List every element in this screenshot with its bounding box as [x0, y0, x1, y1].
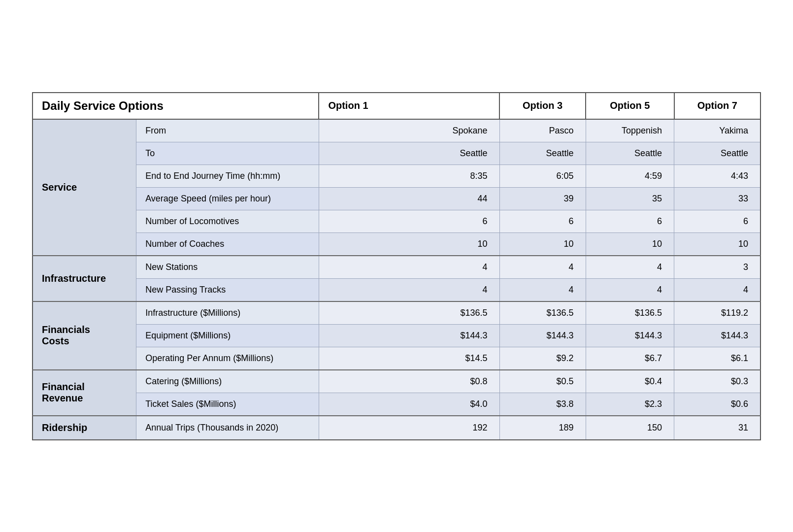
row-label: Infrastructure ($Millions)	[136, 301, 319, 325]
row-value: $6.7	[586, 347, 674, 370]
header-option1: Option 1	[319, 93, 499, 119]
row-value: 4	[319, 278, 499, 301]
row-value: Seattle	[586, 142, 674, 165]
row-value: 44	[319, 187, 499, 210]
daily-service-table: Daily Service Options Option 1 Option 3 …	[32, 92, 761, 440]
table-row: Number of Locomotives6666	[33, 210, 760, 233]
table-row: Number of Coaches10101010	[33, 233, 760, 256]
row-label: New Stations	[136, 256, 319, 279]
row-value: $9.2	[499, 347, 586, 370]
row-value: $144.3	[674, 324, 760, 347]
row-value: $136.5	[586, 301, 674, 325]
row-label: End to End Journey Time (hh:mm)	[136, 165, 319, 187]
row-value: 3	[674, 256, 760, 279]
row-value: 8:35	[319, 165, 499, 187]
table-row: RidershipAnnual Trips (Thousands in 2020…	[33, 416, 760, 440]
category-label: Infrastructure	[33, 256, 136, 301]
row-label: Number of Coaches	[136, 233, 319, 256]
row-value: 33	[674, 187, 760, 210]
row-value: $0.5	[499, 370, 586, 393]
row-value: 4	[674, 278, 760, 301]
row-value: Toppenish	[586, 119, 674, 142]
row-value: 4:43	[674, 165, 760, 187]
row-value: 39	[499, 187, 586, 210]
table-row: ToSeattleSeattleSeattleSeattle	[33, 142, 760, 165]
row-value: 6	[499, 210, 586, 233]
row-value: $0.3	[674, 370, 760, 393]
category-label: Ridership	[33, 416, 136, 440]
row-value: $144.3	[586, 324, 674, 347]
row-value: $136.5	[319, 301, 499, 325]
row-value: 4:59	[586, 165, 674, 187]
row-value: $4.0	[319, 393, 499, 416]
header-option7: Option 7	[674, 93, 760, 119]
row-value: 6:05	[499, 165, 586, 187]
table-row: Equipment ($Millions)$144.3$144.3$144.3$…	[33, 324, 760, 347]
main-container: Daily Service Options Option 1 Option 3 …	[32, 92, 761, 440]
table-row: End to End Journey Time (hh:mm)8:356:054…	[33, 165, 760, 187]
row-value: Seattle	[499, 142, 586, 165]
row-label: Ticket Sales ($Millions)	[136, 393, 319, 416]
row-value: 4	[499, 278, 586, 301]
category-label: FinancialRevenue	[33, 370, 136, 416]
row-value: 31	[674, 416, 760, 440]
row-value: Pasco	[499, 119, 586, 142]
row-value: 6	[319, 210, 499, 233]
row-value: 10	[674, 233, 760, 256]
row-value: 10	[586, 233, 674, 256]
table-row: InfrastructureNew Stations4443	[33, 256, 760, 279]
row-value: 6	[586, 210, 674, 233]
row-value: $3.8	[499, 393, 586, 416]
row-value: 4	[586, 256, 674, 279]
row-value: $119.2	[674, 301, 760, 325]
table-row: FinancialsCostsInfrastructure ($Millions…	[33, 301, 760, 325]
row-value: $136.5	[499, 301, 586, 325]
row-value: $14.5	[319, 347, 499, 370]
row-label: From	[136, 119, 319, 142]
row-label: Average Speed (miles per hour)	[136, 187, 319, 210]
row-value: $0.8	[319, 370, 499, 393]
row-value: 35	[586, 187, 674, 210]
row-value: 4	[499, 256, 586, 279]
header-option5: Option 5	[586, 93, 674, 119]
row-label: To	[136, 142, 319, 165]
table-row: New Passing Tracks4444	[33, 278, 760, 301]
category-label: FinancialsCosts	[33, 301, 136, 370]
row-value: 4	[319, 256, 499, 279]
row-value: $2.3	[586, 393, 674, 416]
row-value: 4	[586, 278, 674, 301]
row-label: Catering ($Millions)	[136, 370, 319, 393]
row-value: Seattle	[674, 142, 760, 165]
row-value: $0.6	[674, 393, 760, 416]
table-row: Average Speed (miles per hour)44393533	[33, 187, 760, 210]
category-label: Service	[33, 119, 136, 256]
row-value: $144.3	[319, 324, 499, 347]
row-value: 10	[499, 233, 586, 256]
table-row: ServiceFromSpokanePascoToppenishYakima	[33, 119, 760, 142]
row-value: 189	[499, 416, 586, 440]
row-label: Operating Per Annum ($Millions)	[136, 347, 319, 370]
table-row: Operating Per Annum ($Millions)$14.5$9.2…	[33, 347, 760, 370]
table-row: Ticket Sales ($Millions)$4.0$3.8$2.3$0.6	[33, 393, 760, 416]
row-label: New Passing Tracks	[136, 278, 319, 301]
header-row: Daily Service Options Option 1 Option 3 …	[33, 93, 760, 119]
row-value: Seattle	[319, 142, 499, 165]
table-row: FinancialRevenueCatering ($Millions)$0.8…	[33, 370, 760, 393]
row-label: Annual Trips (Thousands in 2020)	[136, 416, 319, 440]
row-value: $144.3	[499, 324, 586, 347]
row-label: Number of Locomotives	[136, 210, 319, 233]
header-title: Daily Service Options	[33, 93, 319, 119]
row-value: Spokane	[319, 119, 499, 142]
row-value: $6.1	[674, 347, 760, 370]
row-value: Yakima	[674, 119, 760, 142]
row-value: 6	[674, 210, 760, 233]
row-value: 10	[319, 233, 499, 256]
row-label: Equipment ($Millions)	[136, 324, 319, 347]
header-option3: Option 3	[499, 93, 586, 119]
row-value: 150	[586, 416, 674, 440]
row-value: $0.4	[586, 370, 674, 393]
row-value: 192	[319, 416, 499, 440]
